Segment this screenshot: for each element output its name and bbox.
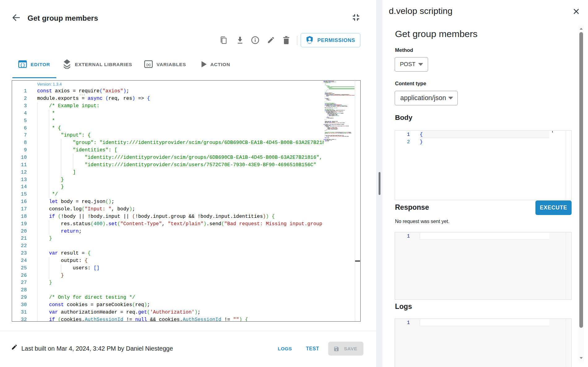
svg-text:(x): (x) bbox=[146, 63, 151, 66]
svg-text:{: { bbox=[20, 63, 23, 67]
svg-text:}: } bbox=[23, 63, 25, 67]
